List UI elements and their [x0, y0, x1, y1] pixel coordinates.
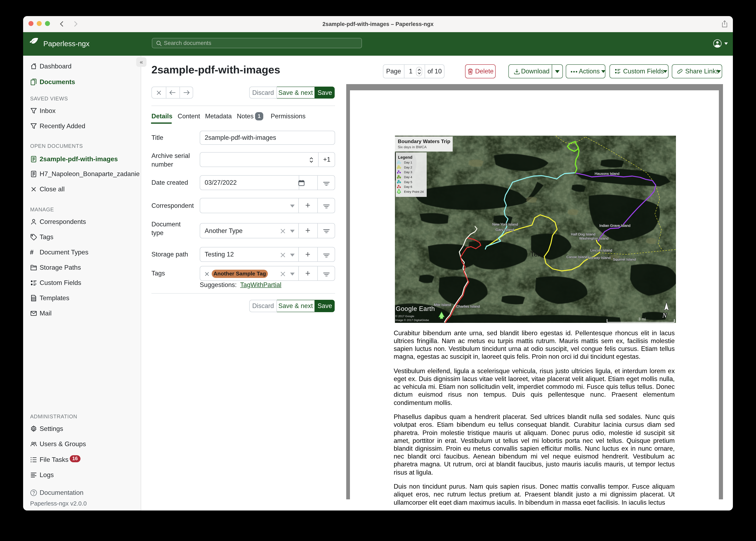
svg-text:Day 4: Day 4	[404, 175, 412, 179]
svg-text:Day 1: Day 1	[404, 161, 412, 164]
svg-text:Squirrel Island: Squirrel Island	[613, 257, 636, 262]
svg-text:Entry Point 24: Entry Point 24	[404, 190, 423, 194]
svg-text:Hausons Island: Hausons Island	[594, 172, 619, 176]
svg-text:Text: Text	[530, 250, 543, 258]
svg-text:Lincoln Island: Lincoln Island	[590, 248, 612, 253]
svg-text:Google Earth: Google Earth	[396, 305, 435, 312]
svg-text:Day 3: Day 3	[404, 170, 412, 174]
svg-text:Image © 2017 DigitalGlobe: Image © 2017 DigitalGlobe	[395, 318, 429, 321]
svg-text:Six days in BWCA: Six days in BWCA	[398, 145, 426, 149]
svg-text:Legend: Legend	[398, 155, 412, 160]
svg-text:Half Dog Island: Half Dog Island	[571, 232, 595, 236]
svg-text:Norway Island: Norway Island	[588, 256, 610, 260]
svg-text:Boundary Waters Trip: Boundary Waters Trip	[398, 139, 450, 144]
svg-text:Canoe Island: Canoe Island	[566, 255, 587, 259]
svg-text:3 mi: 3 mi	[638, 317, 646, 321]
svg-text:Washington Island: Washington Island	[579, 236, 608, 241]
svg-text:Mile Island: Mile Island	[434, 303, 451, 307]
svg-text:© 2017 Google: © 2017 Google	[395, 314, 414, 318]
svg-text:Day 2: Day 2	[404, 166, 412, 169]
svg-text:N: N	[662, 311, 667, 319]
svg-text:Charlies Island: Charlies Island	[456, 304, 480, 308]
svg-text:Day 6: Day 6	[404, 185, 412, 189]
svg-text:Day 5: Day 5	[404, 180, 412, 184]
svg-text:Gary Island: Gary Island	[495, 228, 514, 232]
svg-text:Indian Grave Island: Indian Grave Island	[599, 224, 630, 228]
svg-text:New York Island: New York Island	[492, 222, 518, 227]
